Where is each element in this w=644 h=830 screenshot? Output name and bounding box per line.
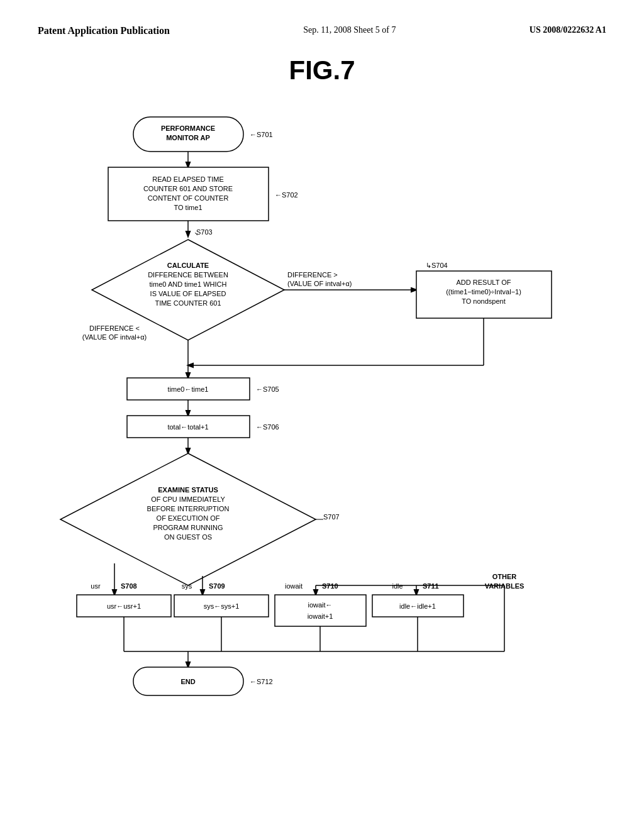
- svg-text:S707: S707: [323, 513, 340, 521]
- svg-text:OF EXECUTION OF: OF EXECUTION OF: [157, 514, 220, 522]
- svg-text:←S701: ←S701: [250, 131, 273, 138]
- page: Patent Application Publication Sep. 11, …: [0, 0, 644, 830]
- svg-text:CONTENT OF COUNTER: CONTENT OF COUNTER: [148, 194, 229, 202]
- svg-text:S703: S703: [196, 228, 213, 236]
- svg-text:DIFFERENCE <: DIFFERENCE <: [89, 324, 140, 332]
- svg-text:usr: usr: [91, 582, 101, 590]
- svg-text:(VALUE OF intval+α): (VALUE OF intval+α): [287, 280, 352, 287]
- svg-text:TO nondspent: TO nondspent: [462, 297, 506, 305]
- svg-text:usr←usr+1: usr←usr+1: [107, 602, 141, 610]
- svg-text:S710: S710: [322, 582, 338, 590]
- svg-text:IS VALUE OF ELAPSED: IS VALUE OF ELAPSED: [150, 290, 226, 297]
- svg-text:ON GUEST OS: ON GUEST OS: [164, 533, 212, 541]
- svg-text:PERFORMANCE: PERFORMANCE: [161, 124, 215, 132]
- header-center: Sep. 11, 2008 Sheet 5 of 7: [303, 25, 396, 35]
- svg-text:END: END: [180, 678, 195, 685]
- svg-text:PROGRAM RUNNING: PROGRAM RUNNING: [153, 524, 223, 531]
- svg-text:ADD RESULT OF: ADD RESULT OF: [457, 279, 511, 286]
- svg-rect-71: [275, 595, 366, 626]
- svg-text:TIME COUNTER 601: TIME COUNTER 601: [155, 299, 221, 307]
- svg-text:COUNTER 601 AND STORE: COUNTER 601 AND STORE: [143, 185, 233, 192]
- figure-title: FIG.7: [38, 55, 606, 86]
- svg-text:S708: S708: [121, 582, 137, 590]
- svg-text:EXAMINE STATUS: EXAMINE STATUS: [158, 486, 218, 494]
- svg-text:CALCULATE: CALCULATE: [167, 262, 209, 269]
- svg-text:READ ELAPSED TIME: READ ELAPSED TIME: [152, 175, 224, 183]
- svg-text:MONITOR AP: MONITOR AP: [166, 134, 210, 141]
- svg-text:←S712: ←S712: [250, 678, 273, 685]
- svg-text:sys←sys+1: sys←sys+1: [204, 602, 240, 610]
- svg-text:←S705: ←S705: [256, 385, 279, 393]
- svg-text:iowait: iowait: [285, 582, 303, 590]
- svg-text:idle: idle: [392, 582, 402, 590]
- svg-text:TO time1: TO time1: [174, 204, 202, 211]
- svg-text:time0 AND time1 WHICH: time0 AND time1 WHICH: [150, 280, 227, 288]
- svg-text:(VALUE OF intval+α): (VALUE OF intval+α): [82, 333, 147, 341]
- svg-text:OF CPU IMMEDIATELY: OF CPU IMMEDIATELY: [151, 495, 225, 503]
- flowchart: PERFORMANCE MONITOR AP ←S701 READ ELAPSE…: [52, 104, 592, 767]
- svg-text:sys: sys: [182, 582, 192, 590]
- svg-text:BEFORE INTERRUPTION: BEFORE INTERRUPTION: [147, 505, 230, 512]
- svg-text:↳S704: ↳S704: [426, 262, 448, 269]
- header: Patent Application Publication Sep. 11, …: [38, 25, 606, 36]
- svg-text:total←total+1: total←total+1: [167, 423, 208, 431]
- svg-text:DIFFERENCE >: DIFFERENCE >: [287, 271, 338, 279]
- header-left: Patent Application Publication: [38, 25, 170, 36]
- header-right: US 2008/0222632 A1: [530, 25, 606, 35]
- svg-text:((time1−time0)÷Intval−1): ((time1−time0)÷Intval−1): [446, 288, 521, 296]
- svg-text:S711: S711: [423, 582, 439, 590]
- svg-text:S709: S709: [209, 582, 225, 590]
- svg-text:←S702: ←S702: [275, 191, 298, 199]
- svg-text:iowait←: iowait←: [308, 601, 332, 609]
- svg-text:idle←idle+1: idle←idle+1: [399, 602, 436, 610]
- svg-text:iowait+1: iowait+1: [308, 612, 333, 620]
- flowchart-svg: PERFORMANCE MONITOR AP ←S701 READ ELAPSE…: [52, 104, 592, 765]
- svg-text:OTHER: OTHER: [492, 573, 517, 580]
- svg-text:DIFFERENCE BETWEEN: DIFFERENCE BETWEEN: [148, 271, 228, 279]
- svg-text:time0←time1: time0←time1: [168, 385, 209, 393]
- svg-text:←S706: ←S706: [256, 423, 279, 431]
